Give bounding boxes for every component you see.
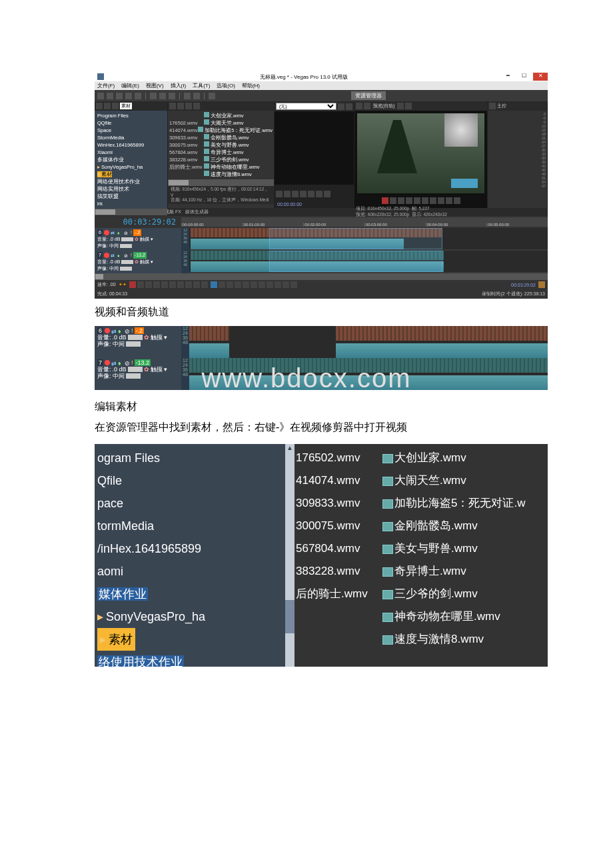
file-row[interactable]: 大闹天竺.wmv (382, 469, 546, 492)
views-icon[interactable] (177, 103, 184, 109)
zoom-icon[interactable] (538, 281, 545, 288)
go-start-icon[interactable] (177, 281, 184, 288)
go-end-icon[interactable] (185, 281, 192, 288)
file-row[interactable]: 567804.wmv奇异博士.wmv (169, 149, 273, 156)
file-row[interactable]: 567804.wmv (296, 537, 380, 560)
track-header[interactable]: 6 ⇄ ♦ ⊘ ! -.2 音量: .0 dB ✿ 触摸 ▾ 声像: 中间 (95, 326, 181, 358)
folder-item[interactable]: ogram Files (97, 447, 295, 469)
bypass-icon[interactable]: ⇄ (111, 328, 117, 333)
play-icon[interactable] (406, 197, 412, 204)
file-row[interactable]: 383228.wmv三少爷的剑.wmv (169, 156, 273, 163)
track-lane[interactable] (189, 228, 548, 249)
copy-icon[interactable] (159, 93, 166, 99)
maximize-button[interactable]: ☐ (517, 73, 532, 81)
file-row[interactable]: 176502.wmv (296, 447, 380, 469)
next-frame-icon[interactable] (454, 197, 460, 204)
trimmer-dropdown[interactable]: (无) (276, 103, 336, 110)
close-button[interactable]: ✕ (533, 73, 548, 81)
track-header[interactable]: 7 ⇄ ♦ ⊘ ! -13.2 音量: .0 dB ✿ 触摸 ▾ 声像: 中间 (95, 251, 181, 273)
video-clip[interactable] (189, 326, 229, 341)
preview-settings-icon[interactable] (356, 103, 362, 109)
file-row[interactable]: 383228.wmv (296, 560, 380, 583)
folder-item[interactable]: tormMedia (97, 515, 295, 537)
file-row[interactable]: 300075.wmv美女与野兽.wmv (169, 141, 273, 149)
folder-item[interactable]: Xiaomi (97, 149, 165, 156)
loop-icon[interactable] (137, 281, 144, 288)
menu-options[interactable]: 选项(O) (217, 82, 235, 89)
tool-icon[interactable] (251, 281, 257, 288)
vol-slider[interactable] (128, 335, 143, 340)
back-icon[interactable] (96, 103, 103, 109)
folder-item[interactable]: 网络使用技术作业 (97, 178, 165, 185)
timeline-selection[interactable] (269, 251, 442, 272)
folder-item[interactable]: 多媒体作业 (97, 156, 165, 163)
scrollbar-horizontal[interactable] (95, 209, 167, 215)
menu-help[interactable]: 帮助(H) (242, 82, 260, 89)
mute-icon[interactable]: ♦ (118, 360, 123, 365)
cut-icon[interactable] (243, 281, 249, 288)
record-arm-icon[interactable] (104, 230, 109, 235)
file-row[interactable]: 后的骑士.wmv神奇动物在哪里.wmv (169, 163, 273, 171)
mute-icon[interactable]: ♦ (117, 230, 123, 235)
bypass-icon[interactable]: ⇄ (111, 253, 116, 258)
video-clip[interactable] (336, 326, 548, 341)
redo-icon[interactable] (193, 93, 200, 99)
folder-item[interactable]: irk (97, 200, 165, 207)
preview-quality-icon[interactable] (364, 103, 370, 109)
master-tab-label[interactable]: 主控 (497, 103, 506, 109)
fav-icon[interactable] (193, 103, 200, 109)
snap-icon[interactable] (275, 281, 281, 288)
stop-icon[interactable] (169, 281, 176, 288)
folder-item[interactable]: ▸SonyVegasPro_ha (97, 163, 165, 171)
file-list-col2[interactable]: 大创业家.wmv 大闹天竺.wmv 加勒比海盗5：死无对证.w 金刚骷髅岛.wm… (381, 444, 548, 667)
folder-item-selected[interactable]: ▸素材 (97, 171, 165, 178)
refresh-icon[interactable] (169, 103, 176, 109)
folder-item-selected[interactable]: ▸素材 (97, 628, 295, 651)
paste-icon[interactable] (169, 93, 175, 99)
file-row[interactable]: 309833.wmv (296, 492, 380, 515)
loop-icon[interactable] (390, 197, 396, 204)
folder-item[interactable]: 络使用技术作业 (97, 651, 295, 667)
folder-item[interactable]: ▸SonyVegasPro_ha (97, 605, 295, 628)
file-row[interactable]: 后的骑士.wmv (296, 583, 380, 605)
audio-clip[interactable] (189, 343, 229, 358)
up-icon[interactable] (112, 103, 119, 109)
prev-icon[interactable] (316, 191, 322, 197)
save-icon[interactable] (116, 93, 123, 99)
pan-slider[interactable] (126, 373, 141, 379)
folder-item[interactable]: pace (97, 492, 295, 515)
preview-mode-dropdown[interactable]: 预览(自动) (372, 103, 396, 109)
scrollbar-horizontal[interactable] (168, 179, 274, 186)
folder-item[interactable]: QQfile (97, 119, 165, 127)
track-lane[interactable] (189, 326, 548, 358)
menu-file[interactable]: 文件(F) (97, 82, 115, 89)
rec-icon[interactable] (129, 281, 136, 288)
folder-item[interactable]: StormMedia (97, 134, 165, 141)
tool-icon[interactable] (227, 281, 233, 288)
gear-icon[interactable]: ✿ (144, 334, 149, 341)
tool-icon[interactable] (267, 281, 273, 288)
pan-slider[interactable] (120, 244, 132, 248)
file-row[interactable]: 414074.wmv (296, 469, 380, 492)
go-end-icon[interactable] (438, 197, 444, 204)
file-row[interactable]: 速度与激情8.wmv (169, 171, 273, 178)
minimize-button[interactable]: ━ (501, 73, 516, 81)
go-start-icon[interactable] (430, 197, 436, 204)
gear-icon[interactable]: ✿ (135, 236, 139, 243)
undo-icon[interactable] (184, 93, 191, 99)
mute-icon[interactable]: ♦ (118, 328, 123, 333)
track-lane[interactable] (189, 358, 548, 390)
path-field[interactable]: 素材 (120, 103, 132, 109)
record-arm-icon[interactable] (105, 328, 110, 333)
gear-icon[interactable]: ✿ (144, 366, 149, 373)
menu-insert[interactable]: 插入(I) (171, 82, 187, 89)
track-header[interactable]: 6 ⇄ ♦ ⊘ ! -.2 音量: .0 dB ✿ 触摸 ▾ 声像: 中间 (95, 228, 181, 251)
audio-clip[interactable] (189, 375, 548, 390)
master-settings-icon[interactable] (489, 103, 496, 109)
pause-icon[interactable] (300, 191, 306, 197)
time-ruler[interactable]: 00:00:00:00 00:01:00:00 00:02:00:00 00:0… (181, 217, 548, 227)
pause-icon[interactable] (414, 197, 420, 204)
video-clip[interactable] (189, 358, 548, 373)
mute-icon[interactable]: ♦ (117, 253, 123, 258)
folder-item[interactable]: Qfile (97, 469, 295, 492)
